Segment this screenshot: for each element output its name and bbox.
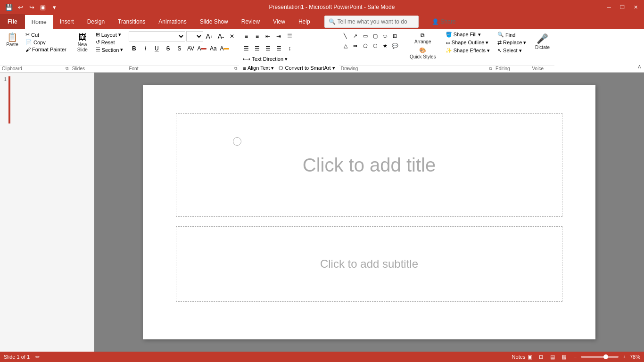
shape-oval[interactable]: ⬭ (380, 31, 390, 41)
presentation-view-button[interactable]: ▣ (38, 2, 48, 12)
bullet-list-button[interactable]: ≡ (241, 31, 251, 41)
close-button[interactable]: ✕ (631, 2, 640, 12)
increase-indent-button[interactable]: ⇥ (273, 31, 284, 41)
char-spacing-button[interactable]: AV (185, 43, 196, 54)
columns-button[interactable]: ☰ (284, 31, 295, 41)
share-button[interactable]: 👤 Share (426, 17, 462, 26)
dictate-button[interactable]: 🎤 Dictate (532, 31, 553, 52)
zoom-out-button[interactable]: − (571, 353, 579, 361)
convert-smartart-button[interactable]: ⬡ Convert to SmartArt ▾ (277, 65, 337, 72)
tab-file[interactable]: File (0, 14, 25, 29)
section-button[interactable]: ☰ Section ▾ (94, 46, 125, 53)
font-color-button[interactable]: A (197, 43, 207, 54)
tab-slide-show[interactable]: Slide Show (193, 14, 235, 29)
shape-right-arrow[interactable]: ⇒ (351, 41, 360, 50)
tab-transitions[interactable]: Transitions (111, 14, 152, 29)
normal-view-button[interactable]: ▣ (526, 353, 534, 361)
drawing-expander[interactable]: ⧉ (489, 66, 492, 71)
shape-fill-button[interactable]: 🪣 Shape Fill ▾ (444, 31, 492, 38)
tab-help[interactable]: Help (292, 14, 317, 29)
justify-button[interactable]: ☰ (273, 43, 284, 54)
cut-button[interactable]: ✂ Cut (24, 31, 68, 38)
ribbon-collapse-button[interactable]: ∧ (636, 63, 643, 70)
resize-handle (233, 137, 241, 146)
format-painter-button[interactable]: 🖌 Format Painter (24, 46, 68, 53)
layout-icon: ⊞ (96, 32, 100, 38)
zoom-slider[interactable] (581, 356, 619, 358)
shape-rounded-rect[interactable]: ▢ (371, 31, 380, 41)
editing-group: 🔍 Find ⇄ Replace ▾ ↖ Select ▾ Editing (494, 30, 530, 72)
undo-button[interactable]: ↩ (15, 2, 25, 12)
shape-effects-button[interactable]: ✨ Shape Effects ▾ (444, 47, 492, 54)
slide-sorter-button[interactable]: ⊞ (537, 353, 545, 361)
new-slide-button[interactable]: 🖼 NewSlide (72, 31, 93, 54)
shape-arrow[interactable]: ↗ (351, 31, 360, 41)
align-right-button[interactable]: ☰ (263, 43, 273, 54)
tab-insert[interactable]: Insert (53, 14, 81, 29)
clipboard-expander[interactable]: ⧉ (66, 66, 68, 71)
shape-more[interactable]: ⊞ (390, 31, 400, 41)
replace-button[interactable]: ⇄ Replace ▾ (495, 39, 528, 46)
shape-callout[interactable]: 💬 (390, 41, 400, 50)
shape-rect[interactable]: ▭ (361, 31, 370, 41)
save-button[interactable]: 💾 (4, 2, 14, 12)
underline-button[interactable]: U (151, 43, 162, 54)
tab-view[interactable]: View (266, 14, 292, 29)
paste-button[interactable]: 📋 Paste (2, 31, 23, 49)
notes-button[interactable]: Notes (515, 353, 522, 361)
find-button[interactable]: 🔍 Find (495, 31, 517, 38)
reset-icon: ↺ (96, 39, 100, 45)
numbered-list-button[interactable]: ≡ (252, 31, 262, 41)
reading-view-button[interactable]: ▤ (549, 353, 556, 361)
align-text-button[interactable]: ≡ Align Text ▾ (241, 65, 276, 72)
align-center-button[interactable]: ☰ (252, 43, 262, 54)
quick-styles-button[interactable]: 🎨 Quick Styles (404, 46, 442, 60)
tab-review[interactable]: Review (235, 14, 266, 29)
font-expander[interactable]: ⧉ (234, 66, 237, 71)
copy-button[interactable]: 📄 Copy (24, 39, 68, 46)
decrease-indent-button[interactable]: ⇤ (263, 31, 273, 41)
search-input[interactable] (338, 18, 413, 25)
slide-thumbnail[interactable] (8, 76, 10, 123)
ribbon-search-bar[interactable]: 🔍 (324, 16, 419, 28)
text-shadow-button[interactable]: S (174, 43, 184, 54)
zoom-thumb[interactable] (603, 354, 608, 359)
line-spacing-button[interactable]: ↕ (284, 43, 295, 54)
slideshow-view-button[interactable]: ▧ (560, 353, 568, 361)
layout-button[interactable]: ⊞ Layout ▾ (94, 31, 125, 38)
font-case-button[interactable]: Aa (208, 43, 218, 54)
select-button[interactable]: ↖ Select ▾ (495, 47, 524, 54)
font-size-select[interactable] (186, 31, 203, 41)
customize-quick-access-button[interactable]: ▾ (49, 2, 59, 12)
font-bg-color-button[interactable]: A (219, 43, 230, 54)
tab-design[interactable]: Design (81, 14, 111, 29)
shape-star[interactable]: ★ (380, 41, 390, 50)
shape-line[interactable]: ╲ (341, 31, 350, 41)
arrange-button[interactable]: ⧉ Arrange (404, 31, 442, 45)
zoom-in-button[interactable]: + (620, 353, 628, 361)
tab-animations[interactable]: Animations (152, 14, 193, 29)
text-direction-button[interactable]: ⟷ Text Direction ▾ (241, 56, 289, 63)
strikethrough-button[interactable]: S (163, 43, 173, 54)
slide-canvas[interactable]: Click to add title Click to add subtitle (143, 85, 595, 339)
shape-triangle[interactable]: △ (341, 41, 350, 50)
align-left-button[interactable]: ☰ (241, 43, 251, 54)
decrease-font-button[interactable]: A- (215, 31, 226, 41)
minimize-button[interactable]: ─ (604, 2, 614, 12)
shape-hexagon[interactable]: ⬡ (371, 41, 380, 50)
reset-button[interactable]: ↺ Reset (94, 39, 125, 46)
drawing-group: ╲ ↗ ▭ ▢ ⬭ ⊞ △ ⇒ ⬠ ⬡ ★ 💬 ⧉ Arrange (339, 30, 494, 72)
tab-home[interactable]: Home (25, 14, 53, 29)
subtitle-placeholder[interactable]: Click to add subtitle (176, 226, 562, 302)
title-placeholder[interactable]: Click to add title (176, 113, 562, 217)
redo-button[interactable]: ↪ (26, 2, 37, 12)
clear-format-button[interactable]: ✕ (227, 31, 237, 41)
restore-button[interactable]: ❐ (618, 2, 627, 12)
bold-button[interactable]: B (129, 43, 139, 54)
font-name-select[interactable] (129, 31, 185, 41)
shape-pentagon[interactable]: ⬠ (361, 41, 370, 50)
shape-outline-button[interactable]: ▭ Shape Outline ▾ (444, 39, 492, 46)
edit-icon[interactable]: ✏ (33, 353, 41, 361)
italic-button[interactable]: I (140, 43, 150, 54)
increase-font-button[interactable]: A+ (204, 31, 215, 41)
